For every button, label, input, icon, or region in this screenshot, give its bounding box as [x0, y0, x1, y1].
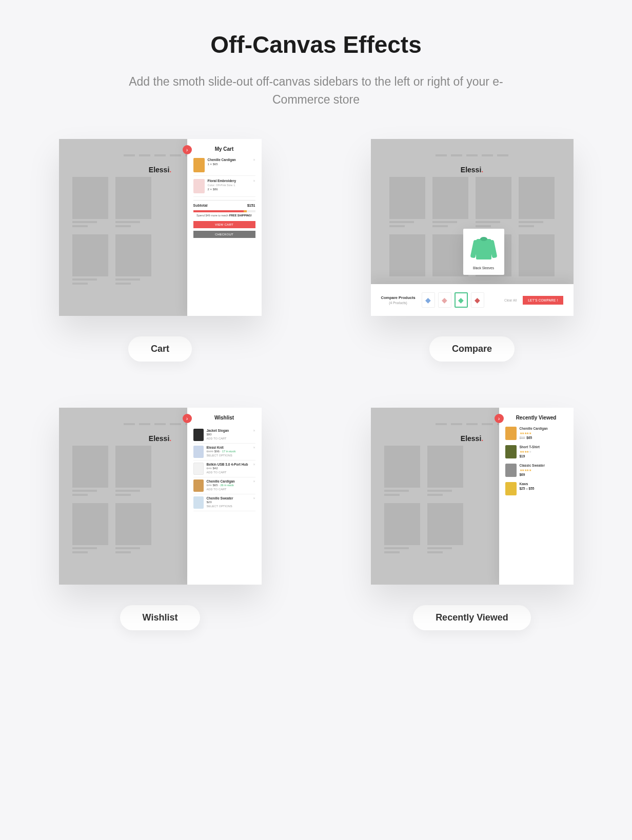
brand-logo: Elessi. — [380, 166, 564, 174]
wishlist-item[interactable]: Belkin USB 3.0 4-Port Hub $49$42 ADD TO … — [193, 461, 255, 477]
recent-item[interactable]: Chenille Cardigan ★★★★★ $99$65 — [505, 427, 567, 440]
subtotal-label: Subtotal — [193, 204, 208, 207]
star-rating-icon: ★★★★★ — [520, 450, 540, 453]
recent-thumb — [505, 445, 517, 458]
compare-thumb[interactable]: ◆ — [422, 292, 435, 308]
remove-icon[interactable]: × — [253, 179, 255, 183]
close-icon[interactable]: › — [495, 414, 504, 423]
brand-name: Elessi — [149, 166, 169, 174]
compare-mock: Elessi. Black Sleeves — [371, 139, 574, 316]
recent-title: Recently Viewed — [505, 415, 567, 421]
compare-thumb-active[interactable]: ◆ — [455, 292, 468, 308]
recent-thumb — [505, 482, 517, 495]
wishlist-item-price: $109$96 · 17 in stock — [207, 450, 236, 453]
wishlist-thumb — [193, 463, 204, 475]
wishlist-item-action[interactable]: SELECT OPTIONS — [207, 505, 233, 508]
cart-item-meta: Color: Off-Pink Size: L — [208, 184, 255, 187]
nav-placeholder — [380, 154, 564, 156]
recent-item-price: $69 — [520, 473, 545, 476]
recent-item[interactable]: Kaws $25 – $55 — [505, 482, 567, 495]
compare-thumb[interactable]: ◆ — [471, 292, 484, 308]
wishlist-item-price: $80 — [207, 433, 229, 436]
brand-name: Elessi — [149, 434, 169, 443]
cart-mock: Elessi. › My Cart Chenille Cardigan 1 × … — [59, 139, 262, 316]
remove-icon[interactable]: × — [253, 429, 255, 432]
recent-item-name: Kaws — [520, 482, 535, 486]
example-recent: Elessi. › Recently Viewed Chenille Cardi… — [334, 408, 609, 630]
cart-item-qty: 2 × $86 — [208, 188, 255, 191]
recent-item-name: Classic Sweater — [520, 464, 545, 467]
cart-item-name: Floral Embroidery — [208, 179, 255, 183]
remove-icon[interactable]: × — [253, 479, 255, 483]
cart-sidebar: › My Cart Chenille Cardigan 1 × $65 × Fl… — [187, 139, 262, 316]
cart-item-qty: 1 × $65 — [208, 163, 255, 166]
wishlist-item-action[interactable]: ADD TO CART — [207, 488, 235, 491]
wishlist-title: Wishlist — [193, 415, 255, 421]
clear-all-button[interactable]: Clear All — [504, 298, 517, 302]
subtotal-value: $151 — [247, 204, 255, 207]
checkout-button[interactable]: CHECKOUT — [193, 231, 255, 238]
wishlist-mock: Elessi. › Wishlist Jacket Slogan $80 ADD — [59, 408, 262, 585]
page-header: Off-Canvas Effects Add the smoth slide-o… — [23, 31, 609, 108]
popup-product-name: Black Sleeves — [468, 266, 499, 270]
remove-icon[interactable]: × — [253, 446, 255, 449]
wishlist-item-action[interactable]: ADD TO CART — [207, 471, 248, 474]
recent-item-price: $99$65 — [520, 436, 548, 439]
page-subtitle: Add the smoth slide-out off-canvas sideb… — [121, 73, 511, 108]
compare-thumb[interactable]: ◆ — [438, 292, 451, 308]
compare-count: (4 Products) — [381, 301, 416, 305]
wishlist-thumb — [193, 446, 204, 458]
recent-item-price: $19 — [520, 454, 540, 458]
wishlist-item[interactable]: Chenille Cardigan $79$65 · 26 in stock A… — [193, 477, 255, 494]
remove-icon[interactable]: × — [253, 158, 255, 162]
close-icon[interactable]: › — [183, 145, 192, 154]
brand-dot: . — [481, 166, 483, 174]
recent-item[interactable]: Classic Sweater ★★★★★ $69 — [505, 464, 567, 477]
cart-item[interactable]: Chenille Cardigan 1 × $65 × — [193, 158, 255, 176]
wishlist-item-price: $79$65 · 26 in stock — [207, 484, 235, 487]
example-cart: Elessi. › My Cart Chenille Cardigan 1 × … — [23, 139, 298, 362]
cart-item-name: Chenille Cardigan — [208, 158, 255, 162]
wishlist-item-name: Elessi Knit — [207, 446, 236, 449]
wishlist-thumb — [193, 479, 204, 492]
cart-title: My Cart — [193, 146, 255, 152]
recent-thumb — [505, 427, 517, 440]
wishlist-item[interactable]: Chenille Sweater $23 SELECT OPTIONS × — [193, 494, 255, 511]
wishlist-sidebar: › Wishlist Jacket Slogan $80 ADD TO CART… — [187, 408, 262, 585]
recent-thumb — [505, 464, 517, 477]
wishlist-item-price: $23 — [207, 501, 233, 504]
compare-thumbs: ◆ ◆ ◆ ◆ — [422, 292, 498, 308]
recent-sidebar: › Recently Viewed Chenille Cardigan ★★★★… — [499, 408, 574, 585]
wishlist-thumb — [193, 496, 204, 509]
compare-title: Compare Products — [381, 295, 416, 300]
card-label: Recently Viewed — [413, 605, 531, 630]
wishlist-item-name: Jacket Slogan — [207, 429, 229, 432]
wishlist-item[interactable]: Jacket Slogan $80 ADD TO CART × — [193, 427, 255, 444]
brand-dot: . — [169, 166, 171, 174]
remove-icon[interactable]: × — [253, 496, 255, 500]
page-title: Off-Canvas Effects — [23, 31, 609, 58]
view-cart-button[interactable]: VIEW CART — [193, 221, 255, 228]
recent-item-price: $25 – $55 — [520, 487, 535, 490]
lets-compare-button[interactable]: LET'S COMPARE ! — [523, 296, 563, 305]
remove-icon[interactable]: × — [253, 463, 255, 466]
close-icon[interactable]: › — [183, 414, 192, 423]
examples-grid: Elessi. › My Cart Chenille Cardigan 1 × … — [23, 139, 609, 630]
cart-thumb — [193, 179, 205, 193]
cart-thumb — [193, 158, 205, 172]
wishlist-item[interactable]: Elessi Knit $109$96 · 17 in stock SELECT… — [193, 444, 255, 461]
brand-dot: . — [481, 434, 483, 443]
brand-name: Elessi — [461, 166, 481, 174]
recent-item-name: Short T-Shirt — [520, 445, 540, 449]
wishlist-item-action[interactable]: ADD TO CART — [207, 437, 229, 440]
cart-item[interactable]: Floral Embroidery Color: Off-Pink Size: … — [193, 179, 255, 197]
wishlist-item-action[interactable]: SELECT OPTIONS — [207, 454, 236, 457]
shipping-progress — [193, 210, 255, 212]
card-label: Wishlist — [120, 605, 201, 630]
wishlist-item-name: Chenille Cardigan — [207, 479, 235, 483]
example-compare: Elessi. Black Sleeves — [334, 139, 609, 362]
wishlist-item-name: Chenille Sweater — [207, 496, 233, 500]
brand-name: Elessi — [461, 434, 481, 443]
star-rating-icon: ★★★★★ — [520, 468, 545, 472]
recent-item[interactable]: Short T-Shirt ★★★★★ $19 — [505, 445, 567, 458]
